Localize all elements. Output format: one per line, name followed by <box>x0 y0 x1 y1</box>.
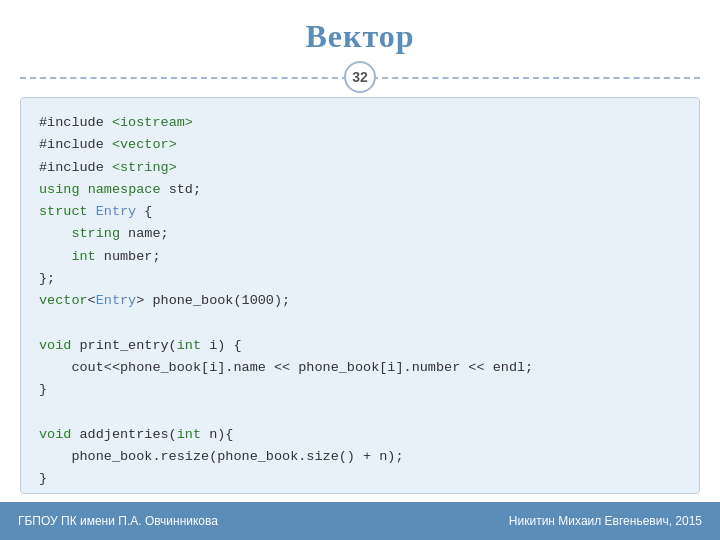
code-line-1: #include <iostream> #include <vector> #i… <box>39 115 533 486</box>
divider-row: 32 <box>20 63 700 91</box>
footer-left: ГБПОУ ПК имени П.А. Овчинникова <box>18 514 218 528</box>
page-badge: 32 <box>344 61 376 93</box>
title-area: Вектор <box>0 0 720 63</box>
slide-title: Вектор <box>0 18 720 55</box>
code-container: #include <iostream> #include <vector> #i… <box>20 97 700 494</box>
code-block: #include <iostream> #include <vector> #i… <box>39 112 681 491</box>
slide: Вектор 32 #include <iostream> #include <… <box>0 0 720 540</box>
footer-right: Никитин Михаил Евгеньевич, 2015 <box>509 514 702 528</box>
footer: ГБПОУ ПК имени П.А. Овчинникова Никитин … <box>0 502 720 540</box>
